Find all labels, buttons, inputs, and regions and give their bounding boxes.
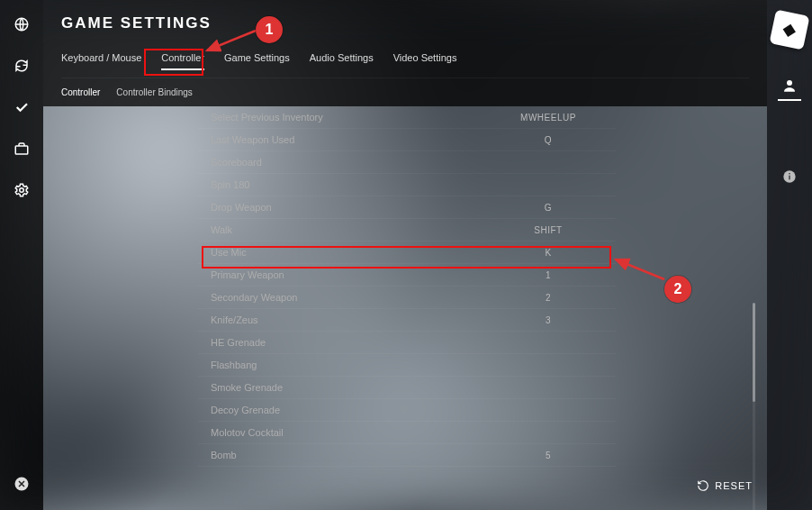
binding-value[interactable]: 1 <box>481 270 616 280</box>
binding-label: Smoke Grenade <box>198 382 481 393</box>
binding-row[interactable]: Spin 180 <box>198 174 616 196</box>
binding-label: Primary Weapon <box>198 269 481 280</box>
svg-rect-6 <box>789 176 789 180</box>
binding-value[interactable]: MWHEELUP <box>481 113 616 123</box>
annotation-marker-2: 2 <box>664 276 691 303</box>
sync-icon[interactable] <box>14 58 30 74</box>
briefcase-icon[interactable] <box>14 141 30 157</box>
binding-value[interactable]: 5 <box>481 451 616 460</box>
app-badge-icon[interactable]: ◆ <box>769 9 809 50</box>
binding-label: HE Grenade <box>198 337 481 348</box>
binding-row[interactable]: Molotov Cocktail <box>198 422 616 444</box>
binding-value[interactable]: K <box>481 248 616 258</box>
binding-row[interactable]: Use MicK <box>198 241 616 264</box>
binding-value[interactable]: Q <box>481 135 616 145</box>
binding-row[interactable]: Knife/Zeus3 <box>198 309 616 332</box>
tab-controller[interactable]: Controller <box>161 49 204 70</box>
main-tabs: Keyboard / Mouse Controller Game Setting… <box>61 49 749 77</box>
binding-row[interactable]: Primary Weapon1 <box>198 264 616 287</box>
binding-row[interactable]: Last Weapon UsedQ <box>198 129 616 151</box>
subtab-controller-bindings[interactable]: Controller Bindings <box>116 87 193 97</box>
info-icon[interactable] <box>782 169 797 187</box>
binding-row[interactable]: Flashbang <box>198 354 616 377</box>
binding-label: Secondary Weapon <box>198 292 481 303</box>
globe-icon[interactable] <box>14 16 30 32</box>
binding-row[interactable]: HE Grenade <box>198 332 616 354</box>
svg-point-2 <box>20 188 24 193</box>
binding-row[interactable]: Drop WeaponG <box>198 196 616 219</box>
tab-video-settings[interactable]: Video Settings <box>393 49 457 68</box>
binding-label: Spin 180 <box>198 179 481 190</box>
binding-label: Drop Weapon <box>198 202 481 213</box>
page-title: GAME SETTINGS <box>61 14 749 32</box>
binding-label: Last Weapon Used <box>198 134 481 145</box>
check-icon[interactable] <box>14 99 30 115</box>
tab-game-settings[interactable]: Game Settings <box>224 49 290 68</box>
bindings-list: Select Previous InventoryMWHEELUPLast We… <box>198 106 616 467</box>
annotation-marker-1: 1 <box>256 16 283 43</box>
left-nav-rail <box>0 0 43 510</box>
binding-row[interactable]: Scoreboard <box>198 151 616 174</box>
close-icon[interactable] <box>14 476 30 492</box>
binding-label: Flashbang <box>198 360 481 370</box>
reset-button[interactable]: RESET <box>697 479 753 492</box>
settings-content: Select Previous InventoryMWHEELUPLast We… <box>43 106 767 510</box>
settings-header: GAME SETTINGS Keyboard / Mouse Controlle… <box>43 0 767 106</box>
binding-label: Decoy Grenade <box>198 405 481 415</box>
binding-label: Molotov Cocktail <box>198 427 481 438</box>
binding-label: Select Previous Inventory <box>198 112 481 123</box>
svg-point-4 <box>787 80 792 86</box>
binding-row[interactable]: Decoy Grenade <box>198 399 616 422</box>
binding-row[interactable]: Smoke Grenade <box>198 377 616 399</box>
binding-label: Knife/Zeus <box>198 314 481 325</box>
tab-keyboard-mouse[interactable]: Keyboard / Mouse <box>61 49 141 68</box>
tab-audio-settings[interactable]: Audio Settings <box>310 49 374 68</box>
binding-label: Scoreboard <box>198 157 481 168</box>
svg-rect-7 <box>789 173 789 174</box>
binding-label: Use Mic <box>198 247 481 258</box>
svg-rect-1 <box>15 146 28 154</box>
binding-value[interactable]: 3 <box>481 315 616 325</box>
sub-tabs: Controller Controller Bindings <box>61 77 749 106</box>
binding-value[interactable]: 2 <box>481 293 616 303</box>
binding-row[interactable]: Select Previous InventoryMWHEELUP <box>198 106 616 129</box>
scrollbar[interactable] <box>753 303 755 510</box>
binding-row[interactable]: WalkSHIFT <box>198 219 616 241</box>
gear-icon[interactable] <box>14 182 30 198</box>
right-rail: ◆ <box>767 0 812 510</box>
reset-label: RESET <box>715 480 753 491</box>
binding-value[interactable]: G <box>481 203 616 213</box>
binding-label: Walk <box>198 224 481 235</box>
subtab-controller[interactable]: Controller <box>61 87 100 97</box>
binding-label: Bomb <box>198 450 481 460</box>
binding-row[interactable]: Bomb5 <box>198 444 616 467</box>
reset-icon <box>697 479 709 492</box>
user-icon[interactable] <box>778 77 801 101</box>
binding-row[interactable]: Secondary Weapon2 <box>198 287 616 309</box>
binding-value[interactable]: SHIFT <box>481 225 616 235</box>
